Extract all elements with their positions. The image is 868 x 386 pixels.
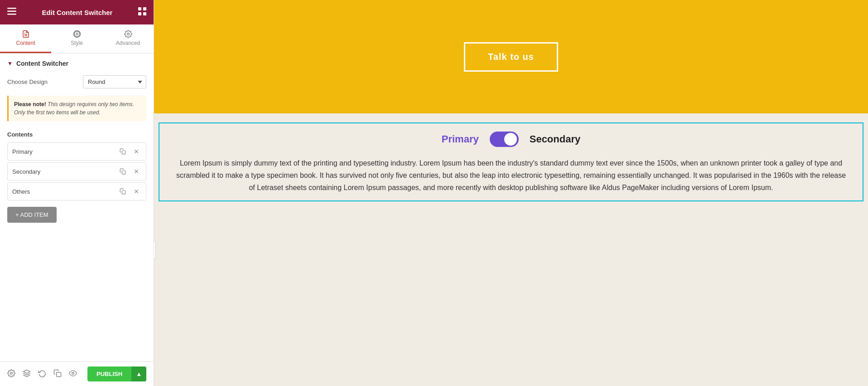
svg-rect-5 — [138, 12, 141, 15]
copy-icon[interactable] — [53, 369, 62, 379]
remove-others-button[interactable] — [131, 187, 141, 195]
note-box: Please note! This design requires only t… — [7, 96, 146, 121]
eye-icon[interactable] — [69, 369, 77, 379]
toggle-switch[interactable] — [490, 132, 519, 147]
duplicate-primary-button[interactable] — [118, 147, 128, 156]
svg-point-10 — [127, 33, 129, 35]
duplicate-secondary-button[interactable] — [118, 167, 128, 176]
svg-rect-3 — [138, 7, 141, 10]
section-arrow-icon: ▼ — [7, 60, 13, 67]
hamburger-icon[interactable] — [7, 8, 16, 17]
tab-advanced-label: Advanced — [116, 40, 140, 46]
note-bold: Please note! — [14, 101, 46, 107]
add-item-button[interactable]: + ADD ITEM — [7, 207, 57, 223]
content-item-secondary: Secondary — [7, 162, 146, 181]
switcher-primary-label: Primary — [442, 133, 479, 145]
content-item-primary: Primary — [7, 142, 146, 161]
svg-rect-0 — [7, 8, 16, 9]
layers-icon[interactable] — [23, 369, 31, 379]
panel-footer: PUBLISH ▲ — [0, 362, 154, 386]
svg-rect-1 — [7, 10, 16, 12]
publish-btn-group: PUBLISH ▲ — [87, 366, 146, 381]
content-item-label-others: Others — [12, 188, 114, 195]
toggle-knob — [504, 133, 517, 146]
panel-body: ▼ Content Switcher Choose Design Round F… — [0, 54, 154, 362]
choose-design-select[interactable]: Round Flat Slider — [83, 75, 146, 88]
remove-primary-button[interactable] — [131, 147, 141, 156]
content-item-others: Others — [7, 182, 146, 200]
talk-to-us-button[interactable]: Talk to us — [464, 42, 558, 72]
remove-secondary-button[interactable] — [131, 167, 141, 176]
footer-icons — [7, 369, 77, 379]
collapse-panel-button[interactable]: ◀ — [154, 241, 156, 259]
publish-button[interactable]: PUBLISH — [87, 366, 131, 381]
svg-rect-17 — [122, 191, 125, 194]
settings-icon[interactable] — [7, 369, 15, 379]
svg-point-9 — [76, 33, 78, 35]
contents-label: Contents — [0, 127, 154, 141]
body-text: Lorem Ipsum is simply dummy text of the … — [169, 157, 854, 194]
content-item-label-primary: Primary — [12, 148, 114, 155]
choose-design-row: Choose Design Round Flat Slider — [0, 72, 154, 92]
svg-rect-14 — [122, 171, 125, 174]
right-panel: Talk to us ◀ Primary Secondary Lorem Ips… — [154, 0, 868, 386]
content-item-label-secondary: Secondary — [12, 168, 114, 175]
svg-rect-6 — [143, 12, 146, 15]
svg-marker-21 — [24, 370, 30, 373]
panel-title: Edit Content Switcher — [42, 9, 113, 16]
svg-rect-2 — [7, 14, 16, 15]
history-icon[interactable] — [38, 369, 46, 379]
tab-advanced[interactable]: Advanced — [102, 24, 154, 53]
svg-rect-11 — [122, 151, 125, 154]
switcher-selected-box: Primary Secondary Lorem Ipsum is simply … — [159, 122, 863, 201]
left-panel: Edit Content Switcher Content — [0, 0, 154, 386]
tab-content-label: Content — [16, 40, 35, 46]
choose-design-label: Choose Design — [7, 78, 48, 85]
tab-content[interactable]: Content — [0, 24, 51, 53]
tab-style-label: Style — [71, 40, 83, 46]
panel-tabs: Content Style Advanced — [0, 24, 154, 54]
duplicate-others-button[interactable] — [118, 187, 128, 195]
svg-point-20 — [10, 372, 13, 374]
content-switcher-area: ◀ Primary Secondary Lorem Ipsum is simpl… — [154, 113, 868, 386]
section-header: ▼ Content Switcher — [0, 54, 154, 72]
tab-style[interactable]: Style — [51, 24, 102, 53]
toggle-row: Primary Secondary — [169, 132, 854, 147]
svg-point-23 — [72, 372, 74, 374]
svg-rect-4 — [143, 7, 146, 10]
hero-section: Talk to us — [154, 0, 868, 113]
switcher-secondary-label: Secondary — [530, 133, 581, 145]
panel-header: Edit Content Switcher — [0, 0, 154, 24]
publish-dropdown-button[interactable]: ▲ — [131, 366, 146, 381]
grid-icon[interactable] — [138, 7, 146, 18]
svg-rect-22 — [57, 372, 61, 376]
section-title: Content Switcher — [16, 60, 68, 67]
